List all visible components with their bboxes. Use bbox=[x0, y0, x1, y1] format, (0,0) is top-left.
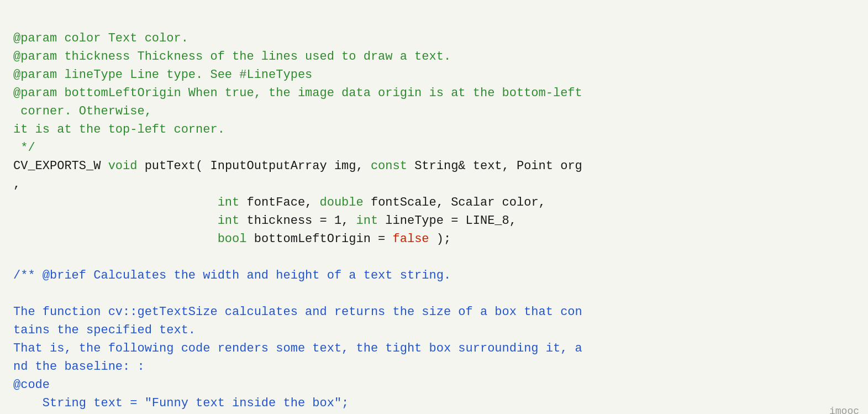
code-segment bbox=[13, 196, 218, 209]
code-segment: int bbox=[356, 214, 378, 228]
code-segment: fontScale, Scalar color, bbox=[364, 196, 546, 209]
code-segment: /** @brief Calculates the width and heig… bbox=[13, 269, 451, 282]
code-segment: @param lineType Line type. See #LineType… bbox=[13, 68, 312, 82]
code-segment bbox=[13, 232, 218, 246]
code-segment: That is, the following code renders some… bbox=[13, 342, 582, 355]
code-segment: int bbox=[218, 196, 240, 209]
code-segment: CV_EXPORTS_W bbox=[13, 159, 108, 173]
code-segment bbox=[13, 214, 218, 228]
code-segment: @param bottomLeftOrigin When true, the i… bbox=[13, 86, 582, 100]
code-segment: thickness = 1, bbox=[239, 214, 356, 228]
code-line: it is at the top-left corner. bbox=[13, 120, 855, 139]
code-segment: int bbox=[218, 214, 240, 228]
code-segment: bool bbox=[218, 232, 247, 246]
code-line: @param thickness Thickness of the lines … bbox=[13, 48, 855, 66]
code-segment: ); bbox=[429, 232, 451, 246]
code-segment: The function cv::getTextSize calculates … bbox=[13, 305, 582, 319]
code-segment: */ bbox=[13, 141, 35, 155]
code-segment: , bbox=[13, 177, 20, 191]
code-segment: lineType = LINE_8, bbox=[378, 214, 517, 228]
code-segment: putText( InputOutputArray img, bbox=[137, 159, 370, 173]
code-line: bool bottomLeftOrigin = false ); bbox=[13, 230, 855, 248]
code-segment: String& text, Point org bbox=[407, 159, 582, 173]
code-segment: tains the specified text. bbox=[13, 323, 196, 337]
code-segment: fontFace, bbox=[239, 196, 319, 209]
code-line: That is, the following code renders some… bbox=[13, 339, 855, 358]
code-line bbox=[13, 248, 855, 266]
code-line: int fontFace, double fontScale, Scalar c… bbox=[13, 193, 855, 212]
code-segment: @param color Text color. bbox=[13, 32, 188, 45]
code-segment: double bbox=[320, 196, 364, 209]
code-line: @param color Text color. bbox=[13, 29, 855, 48]
code-segment: const bbox=[371, 159, 407, 173]
code-line: int thickness = 1, int lineType = LINE_8… bbox=[13, 212, 855, 230]
code-line: CV_EXPORTS_W void putText( InputOutputAr… bbox=[13, 157, 855, 175]
code-segment: bottomLeftOrigin = bbox=[246, 232, 392, 246]
code-segment: corner. Otherwise, bbox=[13, 104, 152, 118]
code-line: @param lineType Line type. See #LineType… bbox=[13, 66, 855, 84]
code-line: nd the baseline: : bbox=[13, 358, 855, 376]
code-segment: @code bbox=[13, 378, 50, 392]
code-segment: void bbox=[108, 159, 138, 173]
code-line: @code bbox=[13, 376, 855, 394]
code-line: String text = "Funny text inside the box… bbox=[13, 394, 855, 412]
code-segment: @param thickness Thickness of the lines … bbox=[13, 50, 451, 64]
code-segment: String text = "Funny text inside the box… bbox=[13, 396, 349, 410]
code-line: The function cv::getTextSize calculates … bbox=[13, 303, 855, 321]
code-line: corner. Otherwise, bbox=[13, 102, 855, 120]
code-line: @param bottomLeftOrigin When true, the i… bbox=[13, 84, 855, 102]
code-line bbox=[13, 285, 855, 303]
code-line: */ bbox=[13, 139, 855, 157]
code-line: tains the specified text. bbox=[13, 321, 855, 339]
code-segment: false bbox=[393, 232, 429, 246]
code-line: /** @brief Calculates the width and heig… bbox=[13, 266, 855, 285]
code-segment: nd the baseline: : bbox=[13, 360, 145, 374]
code-segment: it is at the top-left corner. bbox=[13, 123, 225, 137]
code-line: , bbox=[13, 175, 855, 193]
code-content: @param color Text color.@param thickness… bbox=[13, 11, 855, 412]
watermark: imooc bbox=[829, 404, 859, 414]
